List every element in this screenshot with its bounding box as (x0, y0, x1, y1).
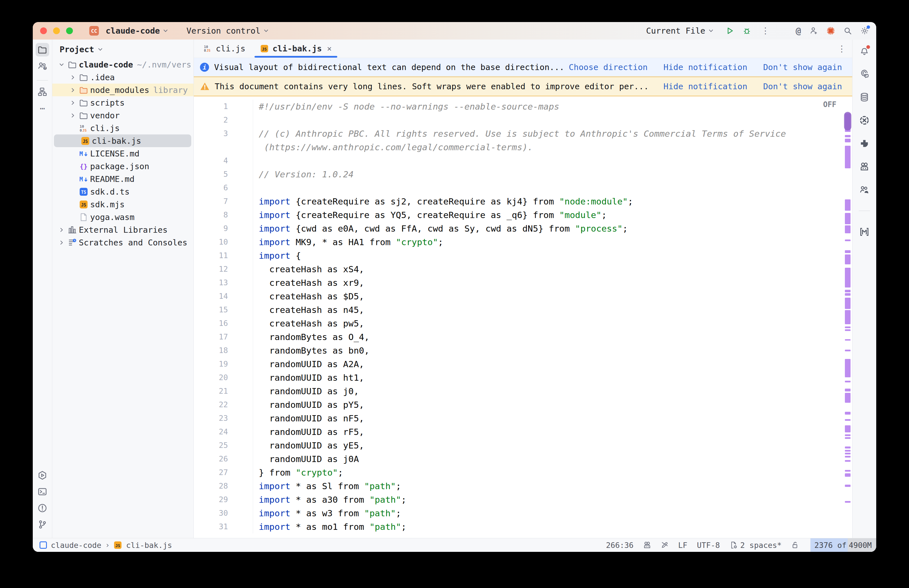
run-configuration-selector[interactable]: Current File (643, 26, 717, 36)
code-line[interactable]: 16 createHash as pw5, (194, 317, 852, 330)
breadcrumb-project[interactable]: claude-code (51, 541, 102, 549)
more-tools-button[interactable]: ⋯ (36, 102, 49, 115)
code-line[interactable]: 24 randomUUID as rF5, (194, 425, 852, 439)
more-actions-icon[interactable]: ⋮ (760, 27, 772, 35)
tree-item-sdk-mjs[interactable]: JSsdk.mjs (52, 198, 194, 211)
code-line[interactable]: 10import MK9, * as HA1 from "crypto"; (194, 235, 852, 249)
code-line[interactable]: 6 (194, 181, 852, 195)
vcs-widget[interactable]: Version control (184, 26, 272, 36)
code-line[interactable]: 25 randomUUID as yE5, (194, 439, 852, 452)
notifications-button[interactable] (857, 44, 871, 58)
tree-item-readme-md[interactable]: MREADME.md (52, 173, 194, 185)
memory-indicator[interactable]: 2376 of 4900M (811, 538, 876, 552)
code-line[interactable]: 26 randomUUID as j0A (194, 452, 852, 466)
debug-icon[interactable] (743, 27, 751, 35)
soft-wrap-off-indicator[interactable]: OFF (823, 100, 836, 109)
structure-tool-button[interactable] (36, 85, 49, 99)
tree-item--idea[interactable]: .idea (52, 71, 194, 84)
banner-action-hide-notification[interactable]: Hide notification (664, 62, 748, 72)
window-minimize-button[interactable] (53, 27, 60, 34)
code-line[interactable]: 11import { (194, 249, 852, 262)
tree-item-vendor[interactable]: vendor (52, 109, 194, 122)
robot-plugin-tool-button[interactable] (857, 160, 871, 173)
line-separator-widget[interactable]: LF (678, 538, 688, 552)
add-user-icon[interactable] (810, 27, 818, 35)
m-plugin-tool-button[interactable] (857, 225, 871, 239)
readonly-toggle-button[interactable] (661, 538, 668, 552)
project-panel-header[interactable]: Project (52, 40, 194, 58)
code-line[interactable]: 22 randomUUID as pY5, (194, 398, 852, 412)
tab-options-icon[interactable]: ⋮ (832, 40, 852, 58)
code-line[interactable]: 3// (c) Anthropic PBC. All rights reserv… (194, 127, 852, 141)
x-plugin-tool-button[interactable] (857, 113, 871, 127)
breadcrumb-file[interactable]: cli-bak.js (126, 541, 172, 549)
code-line[interactable]: 27} from "crypto"; (194, 466, 852, 479)
project-widget[interactable]: claude-code (103, 26, 172, 36)
collaboration-tool-button[interactable]: ? (36, 59, 49, 73)
code-line[interactable]: 2 (194, 113, 852, 127)
chevron-right-icon[interactable] (56, 226, 67, 233)
window-close-button[interactable] (40, 27, 47, 34)
database-tool-button[interactable] (857, 90, 871, 104)
tree-item-cli-js[interactable]: 100JScli.js (52, 122, 194, 134)
ai-burst-icon[interactable] (827, 27, 835, 35)
tree-item-sdk-d-ts[interactable]: TSsdk.d.ts (52, 185, 194, 198)
banner-action-don-t-show-again[interactable]: Don't show again (763, 82, 842, 91)
code-with-me-tool-button[interactable] (857, 183, 871, 197)
code-line[interactable]: 8import {createRequire as YQ5, createReq… (194, 208, 852, 222)
code-line[interactable]: 23 randomUUID as nF5, (194, 412, 852, 425)
code-line[interactable]: 13 createHash as xr9, (194, 276, 852, 289)
tab-cli-js[interactable]: 100JS cli.js (196, 40, 253, 58)
banner-action-don-t-show-again[interactable]: Don't show again (763, 62, 842, 72)
services-tool-button[interactable] (36, 468, 49, 482)
chevron-right-icon[interactable] (56, 239, 67, 246)
ai-assistant-tool-button[interactable] (857, 67, 871, 81)
banner-action-hide-notification[interactable]: Hide notification (664, 82, 748, 91)
settings-button[interactable] (861, 27, 869, 35)
tree-item-external-libraries[interactable]: External Libraries (52, 223, 194, 236)
terminal-tool-button[interactable] (36, 485, 49, 499)
window-zoom-button[interactable] (66, 27, 73, 34)
tree-item-scripts[interactable]: scripts (52, 96, 194, 109)
code-editor[interactable]: 1#!/usr/bin/env -S node --no-warnings --… (194, 96, 852, 538)
tree-item-scratches-and-consoles[interactable]: Scratches and Consoles (52, 236, 194, 249)
chevron-right-icon[interactable] (68, 87, 78, 94)
encoding-widget[interactable]: UTF-8 (697, 538, 720, 552)
code-line[interactable]: 18 randomBytes as bn0, (194, 344, 852, 357)
problems-tool-button[interactable] (36, 501, 49, 515)
tree-item-node-modules[interactable]: node_moduleslibrary (52, 84, 194, 96)
code-line[interactable]: 4 (194, 154, 852, 168)
code-line[interactable]: 30import * as w3 from "path"; (194, 506, 852, 520)
run-icon[interactable] (726, 27, 734, 35)
code-line[interactable]: 15 createHash as n45, (194, 303, 852, 317)
tree-item-license-md[interactable]: MLICENSE.md (52, 147, 194, 160)
code-line[interactable]: 9import {cwd as e0A, cwd as FfA, cwd as … (194, 222, 852, 235)
lock-toggle-button[interactable] (791, 538, 799, 552)
code-line[interactable]: (https://www.anthropic.com/legal/commerc… (194, 141, 852, 154)
code-line[interactable]: 29import * as a30 from "path"; (194, 493, 852, 506)
mention-icon[interactable]: @ (796, 26, 801, 36)
tab-cli-bak-js[interactable]: JS cli-bak.js × (253, 40, 339, 58)
code-line[interactable]: 20 randomUUID as ht1, (194, 371, 852, 384)
code-line[interactable]: 5// Version: 1.0.24 (194, 168, 852, 181)
code-line[interactable]: 14 createHash as $D5, (194, 289, 852, 303)
copilot-status-button[interactable] (643, 538, 651, 552)
dependencies-tool-button[interactable] (857, 137, 871, 150)
chevron-right-icon[interactable] (68, 99, 78, 106)
code-line[interactable]: 28import * as Sl from "path"; (194, 479, 852, 493)
version-control-tool-button[interactable] (36, 518, 49, 531)
indent-widget[interactable]: 2 spaces* (730, 538, 781, 552)
scrollbar-thumb[interactable] (844, 112, 851, 131)
tree-item-package-json[interactable]: {}package.json (52, 160, 194, 173)
chevron-right-icon[interactable] (68, 112, 78, 119)
search-icon[interactable] (843, 27, 852, 35)
tab-close-icon[interactable]: × (327, 44, 332, 53)
project-tool-button[interactable] (36, 43, 49, 57)
code-line[interactable]: 7import {createRequire as sj2, createReq… (194, 195, 852, 208)
caret-position[interactable]: 266:36 (606, 538, 634, 552)
tree-item-cli-bak-js[interactable]: JScli-bak.js (54, 134, 191, 147)
chevron-down-icon[interactable] (56, 61, 67, 68)
code-line[interactable]: 21 randomUUID as j0, (194, 384, 852, 398)
banner-action-choose-direction[interactable]: Choose direction (568, 62, 647, 72)
code-line[interactable]: 12 createHash as xS4, (194, 262, 852, 276)
